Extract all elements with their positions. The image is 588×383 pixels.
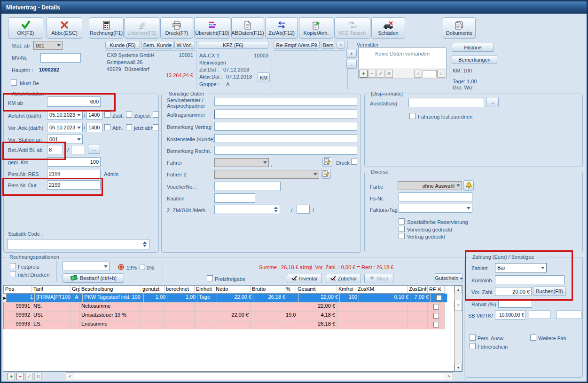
fs-nr-input[interactable] — [399, 192, 472, 201]
vermittler-remove-button[interactable]: - — [346, 60, 357, 69]
table-header-einheit[interactable]: Einheit — [195, 286, 214, 294]
fahrer-combo[interactable] — [214, 158, 269, 167]
vor-ank-date-combo[interactable]: 06.10.2023 — [47, 123, 83, 132]
table-header-zu skm[interactable]: ZusKM — [356, 286, 408, 294]
ok-button[interactable]: OK(F2) — [8, 17, 43, 39]
mv-nr-input[interactable] — [40, 53, 81, 63]
inventar-button[interactable]: Inventar — [287, 274, 322, 283]
sb-extra-input[interactable] — [556, 311, 581, 319]
bet-input-2[interactable] — [71, 145, 85, 154]
gutschein-button[interactable]: Gutschein + — [435, 273, 463, 282]
table-header-berechnet[interactable]: berechnet — [165, 286, 195, 294]
rechnung-button[interactable]: Rechnung(F1) — [89, 17, 124, 39]
vermittler-row-add-button[interactable]: + — [360, 70, 368, 78]
gepl-km-input[interactable] — [47, 157, 101, 167]
vorvertrag-checkbox[interactable] — [399, 226, 405, 232]
vermittler-row-remove-button[interactable]: − — [368, 70, 376, 78]
druck-checkbox[interactable] — [351, 159, 357, 165]
rek-checkbox[interactable] — [436, 295, 442, 301]
bem-button[interactable]: Bem — [321, 41, 335, 49]
druck-button[interactable]: Druck(F7) — [160, 17, 193, 39]
jetzt-abh-checkbox[interactable] — [126, 124, 132, 130]
vat-19-radio[interactable] — [118, 264, 124, 270]
vermittler-page-box[interactable] — [423, 70, 437, 77]
row-add-button[interactable]: + — [8, 373, 15, 380]
scroll-thumb[interactable]: ≡ — [455, 300, 462, 311]
vermittler-next-button[interactable]: > — [437, 70, 445, 78]
ausstattung-input[interactable] — [408, 98, 484, 107]
zubehoer-button[interactable]: Zubehör — [326, 274, 361, 283]
extra-ank-checkbox[interactable] — [153, 124, 159, 130]
ausstattung-browse-button[interactable]: ... — [486, 97, 499, 107]
besttarif-button[interactable]: Besttarif (ctrl+b) — [63, 273, 124, 283]
zahlart-combo[interactable]: Bar — [495, 263, 547, 272]
fuehrerschein-checkbox[interactable] — [470, 343, 476, 349]
abdaten-button[interactable]: ABDaten(F11) — [231, 17, 264, 39]
kontoinh-input[interactable] — [495, 275, 564, 284]
table-row[interactable]: ▶ 1 [FIRMA]PT100 A PKW Tagestarif inkl. … — [3, 294, 462, 303]
fahrer-edit-button[interactable] — [322, 157, 332, 167]
zugest-checkbox[interactable] — [126, 112, 132, 118]
rek-checkbox[interactable] — [433, 313, 439, 319]
abh-checkbox[interactable] — [104, 124, 110, 130]
statistik-spinner[interactable] — [141, 240, 148, 248]
must-be-checkbox[interactable] — [11, 80, 17, 86]
bemerkungen-button[interactable]: Bemerkungen — [452, 55, 497, 64]
vertrag-gedruckt-checkbox[interactable] — [399, 233, 405, 239]
sb-tk-input[interactable] — [529, 311, 550, 319]
fahrer2-edit-button[interactable] — [321, 169, 331, 179]
pers-out-input[interactable] — [47, 180, 101, 190]
vat-0-radio[interactable] — [139, 264, 145, 270]
table-header-beschreibung[interactable]: Beschreibung — [80, 286, 141, 294]
bemerkung-vertrag-input[interactable] — [214, 122, 357, 131]
fahrer2-combo[interactable] — [214, 170, 319, 179]
vermittler-row-cancel-button[interactable]: ✕ — [385, 70, 393, 78]
voucher-input[interactable] — [214, 182, 281, 191]
bet-browse-button[interactable]: ... — [88, 144, 100, 154]
table-header-kmfrei[interactable]: Kmfrei — [337, 286, 356, 294]
row-remove-button[interactable]: − — [16, 373, 24, 380]
dokumente-button[interactable]: Dokumente — [443, 17, 476, 39]
serviceberater-input[interactable] — [214, 97, 357, 106]
preisfreigabe-checkbox[interactable] — [207, 275, 213, 281]
table-header-rek[interactable]: RE-K — [428, 286, 445, 294]
table-header-zuseinh[interactable]: ZusEinh — [408, 286, 428, 294]
table-row[interactable]: 99993 ES. Endsumme 26,18 € — [3, 320, 462, 329]
table-header-tarif[interactable]: Tarif — [32, 286, 71, 294]
buchen-button[interactable]: Buchen(F8) — [533, 287, 566, 296]
abfahrt-time-input[interactable] — [86, 110, 102, 120]
historie-button[interactable]: Historie — [452, 43, 494, 52]
zm-small-input[interactable] — [297, 205, 310, 214]
zust-checkbox[interactable] — [104, 112, 110, 118]
weitere-fah-checkbox[interactable] — [530, 335, 536, 341]
km-ab-input[interactable] — [47, 96, 101, 107]
table-row[interactable]: 99991 NS. Nettosumme 22,00 € — [3, 303, 462, 311]
vermittler-add-button[interactable]: + — [346, 49, 357, 58]
kfz-button[interactable]: KFZ (F6) — [198, 41, 268, 49]
farbe-combo[interactable]: ohne Auswahl — [398, 181, 462, 190]
stat-ab-combo[interactable]: 001 — [33, 41, 63, 50]
tarif-combo[interactable] — [63, 262, 110, 271]
kopie-button[interactable]: Kopie/Anh. — [299, 17, 333, 39]
zm-spinner[interactable] — [272, 206, 279, 213]
sb-vk-input[interactable] — [495, 310, 526, 319]
table-header-genutzt[interactable]: genutzt — [141, 286, 165, 294]
vermittler-row-confirm-button[interactable]: ✓ — [376, 70, 384, 78]
vor-zahl-input[interactable] — [495, 287, 532, 296]
bem-kunde-button[interactable]: Bem. Kunde — [141, 41, 173, 49]
rek-checkbox[interactable] — [433, 322, 439, 327]
uebersicht-button[interactable]: Übersicht(F10) — [194, 17, 230, 39]
table-header-gesamt[interactable]: Gesamt — [296, 286, 337, 294]
wvorl-button[interactable]: W.Vorl. — [174, 41, 195, 49]
abfahrt-date-combo[interactable]: 05.10.2023 — [47, 110, 83, 120]
scroll-up-button[interactable]: ▲ — [455, 286, 462, 293]
kaution-input[interactable] — [214, 193, 255, 203]
table-vertical-scrollbar[interactable]: ▲ ≡ ▼ — [454, 286, 462, 371]
zm-input[interactable] — [214, 205, 280, 214]
table-header-brutto[interactable]: Brutto — [251, 286, 284, 294]
pers-res-input[interactable] — [47, 169, 101, 178]
bemerkung-rechn-input[interactable] — [214, 146, 357, 155]
km-button[interactable]: KM — [258, 72, 270, 82]
rabatt-input[interactable] — [498, 299, 532, 308]
table-header-pct[interactable]: % — [284, 286, 296, 294]
